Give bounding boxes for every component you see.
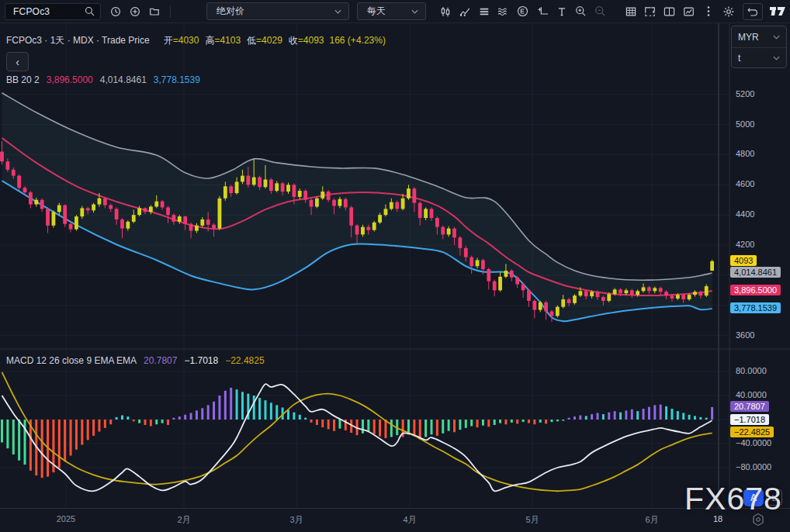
macd-histogram-bar	[379, 420, 381, 437]
forecast-button[interactable]	[532, 3, 552, 20]
interval-dropdown[interactable]: 每天	[357, 2, 426, 20]
macd-histogram-bar	[579, 416, 581, 420]
macd-histogram-bar	[144, 420, 147, 425]
screenshot-frame-icon	[644, 5, 656, 17]
publish-chart-button[interactable]	[679, 3, 698, 20]
candle-body	[258, 178, 262, 188]
candle-body	[327, 192, 331, 200]
data-table-button[interactable]	[621, 3, 640, 20]
macd-histogram-bar	[155, 420, 158, 424]
macd-histogram-bar	[310, 420, 313, 423]
candle-body	[189, 224, 193, 231]
macd-histogram-bar	[126, 416, 129, 420]
macd-histogram-bar	[648, 407, 650, 420]
layout-button[interactable]	[660, 3, 679, 20]
macd-histogram-bar	[516, 420, 518, 423]
chart-style-button[interactable]	[435, 3, 455, 20]
macd-histogram-bar	[253, 396, 255, 420]
more-options-button[interactable]	[698, 3, 718, 20]
candle-body	[218, 199, 222, 229]
macd-histogram-bar	[522, 420, 525, 422]
undo-button[interactable]	[743, 3, 763, 20]
candle-body	[601, 297, 605, 301]
price-mode-dropdown[interactable]: 绝对价	[206, 2, 349, 20]
candle-body	[590, 292, 594, 296]
candle-body	[567, 299, 571, 303]
macd-name: MACD 12 26 close 9 EMA EMA	[6, 355, 137, 366]
chevron-down-icon	[334, 9, 341, 14]
bb-indicator-legend[interactable]: BB 20 2 3,896.5000 4,014.8461 3,778.1539	[6, 74, 200, 85]
bb-upper-value: 4,014.8461	[100, 74, 147, 85]
candle-body	[613, 289, 617, 294]
candle-body	[653, 288, 657, 291]
zoom-out-button[interactable]	[591, 3, 610, 20]
open-folder-button[interactable]	[144, 3, 164, 20]
candle-body	[664, 292, 668, 295]
unit-dropdown[interactable]: t	[732, 47, 786, 68]
candle-body	[424, 209, 428, 218]
ohlc-key: 开	[164, 35, 173, 46]
macd-histogram-bar	[184, 415, 186, 420]
add-symbol-button[interactable]	[125, 3, 144, 20]
macd-indicator-legend[interactable]: MACD 12 26 close 9 EMA EMA 20.7807 −1.70…	[6, 355, 265, 366]
macd-histogram-bar	[453, 420, 456, 432]
collapse-legend-button[interactable]: ‹	[6, 52, 29, 71]
candle-body	[264, 179, 268, 187]
candle-body	[464, 248, 468, 257]
macd-histogram-bar	[241, 392, 244, 420]
tradingview-logo[interactable]	[767, 3, 787, 20]
templates-button[interactable]	[474, 3, 494, 20]
zoom-in-button[interactable]	[571, 3, 591, 20]
main-legend[interactable]: FCPOc3 · 1天 · MDX · Trade Price 开=4030高=…	[6, 34, 386, 47]
candle-body	[487, 269, 490, 282]
candle-body	[252, 178, 256, 185]
candle-body	[441, 227, 445, 235]
candle-body	[710, 261, 714, 271]
macd-histogram-bar	[431, 420, 433, 434]
macd-histogram-bar	[608, 413, 610, 420]
candle-body	[109, 206, 113, 209]
candle-body	[332, 200, 336, 206]
candle-body	[607, 294, 611, 301]
macd-histogram-bar	[258, 398, 261, 420]
macd-histogram-bar	[299, 415, 301, 420]
zoom-in-icon	[575, 5, 587, 17]
candle-body	[292, 185, 296, 197]
macd-badge: −22.4825	[730, 427, 774, 437]
macd-histogram-bar	[682, 413, 684, 420]
ohlc-value: =4030	[173, 35, 199, 46]
macd-histogram-bar	[665, 406, 667, 420]
macd-histogram-bar	[711, 407, 713, 420]
macd-histogram-bar	[178, 416, 181, 420]
candle-body	[144, 208, 147, 212]
candle-body	[57, 206, 61, 212]
currency-unit-selector: MYR t	[731, 26, 787, 68]
macd-histogram-bar	[482, 420, 484, 426]
currency-dropdown[interactable]: MYR	[732, 26, 786, 47]
table-grid-icon	[625, 6, 636, 17]
macd-axis-tick: −80.0000	[736, 462, 771, 472]
macd-histogram-bar	[614, 411, 616, 420]
candle-body	[137, 208, 141, 215]
text-tool-button[interactable]	[552, 3, 571, 20]
macd-histogram-bar	[121, 416, 123, 420]
candle-body	[223, 186, 227, 199]
symbol-search-input[interactable]: FCPOc3	[5, 3, 101, 20]
candle-body	[303, 191, 307, 200]
compare-button[interactable]	[455, 3, 474, 20]
macd-line-value: −1.7018	[184, 355, 218, 366]
macd-histogram-bar	[585, 416, 587, 420]
bar-replay-clock-button[interactable]	[106, 3, 125, 20]
macd-histogram-bar	[75, 420, 78, 450]
macd-histogram-bar	[653, 405, 656, 420]
candle-body	[178, 216, 182, 222]
settings-button[interactable]	[719, 3, 738, 20]
candle-body	[395, 202, 399, 209]
trading-app-window: FCPOc3 绝对价 每天	[0, 0, 790, 532]
indicators-button[interactable]	[494, 3, 513, 20]
price-axis-tick: 4600	[736, 179, 754, 188]
candlestick-icon	[440, 6, 451, 17]
economy-button[interactable]	[513, 3, 532, 20]
snapshot-button[interactable]	[640, 3, 660, 20]
change-value: 166 (+4.23%)	[330, 35, 386, 46]
